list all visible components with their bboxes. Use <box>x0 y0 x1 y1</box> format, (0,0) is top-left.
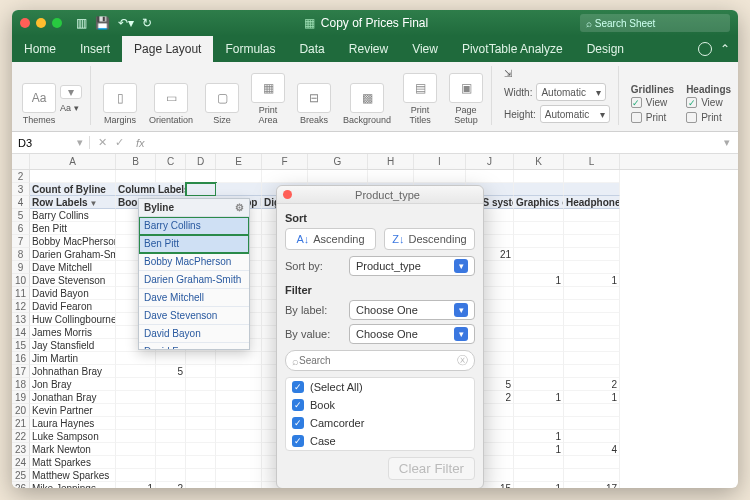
feedback-icon[interactable] <box>698 42 712 56</box>
data-cell[interactable] <box>156 456 186 469</box>
data-cell[interactable] <box>514 326 564 339</box>
data-cell[interactable] <box>564 417 620 430</box>
data-cell[interactable]: 1 <box>514 274 564 287</box>
data-cell[interactable] <box>186 469 216 482</box>
data-cell[interactable] <box>564 469 620 482</box>
sort-by-select[interactable]: Product_type▾ <box>349 256 475 276</box>
col-header-D[interactable]: D <box>186 154 216 169</box>
layout-icon[interactable]: ▥ <box>76 16 87 30</box>
data-cell[interactable] <box>186 391 216 404</box>
zoom-window-button[interactable] <box>52 18 62 28</box>
data-cell[interactable] <box>156 352 186 365</box>
data-cell[interactable] <box>514 352 564 365</box>
height-dropdown[interactable]: Automatic▾ <box>540 105 610 123</box>
data-cell[interactable] <box>216 456 262 469</box>
col-header-I[interactable]: I <box>414 154 466 169</box>
data-cell[interactable] <box>564 456 620 469</box>
data-cell[interactable] <box>514 456 564 469</box>
tab-pivottable-analyze[interactable]: PivotTable Analyze <box>450 36 575 62</box>
arrange-icon[interactable]: ⇲ <box>504 68 512 79</box>
data-cell[interactable] <box>116 404 156 417</box>
save-icon[interactable]: 💾 <box>95 16 110 30</box>
print-area-button[interactable]: ▦ <box>251 73 285 103</box>
data-cell[interactable] <box>216 469 262 482</box>
data-cell[interactable]: 1 <box>514 482 564 488</box>
data-cell[interactable] <box>156 404 186 417</box>
minimize-window-button[interactable] <box>36 18 46 28</box>
data-cell[interactable] <box>564 313 620 326</box>
data-cell[interactable] <box>186 365 216 378</box>
data-cell[interactable]: 2 <box>564 378 620 391</box>
data-cell[interactable]: 1 <box>116 482 156 488</box>
sort-descending-button[interactable]: Z↓Descending <box>384 228 475 250</box>
search-sheet-field[interactable]: ⌕ Search Sheet <box>580 14 730 32</box>
data-cell[interactable] <box>514 469 564 482</box>
data-cell[interactable] <box>216 352 262 365</box>
filter-list-item[interactable]: ✓Case <box>286 432 474 450</box>
margins-button[interactable]: ▯ <box>103 83 137 113</box>
data-cell[interactable] <box>514 209 564 222</box>
data-cell[interactable] <box>116 391 156 404</box>
col-header-K[interactable]: K <box>514 154 564 169</box>
autofilter-item[interactable]: Ben Pitt <box>139 235 249 253</box>
data-cell[interactable] <box>186 352 216 365</box>
data-cell[interactable] <box>216 417 262 430</box>
data-cell[interactable] <box>156 443 186 456</box>
themes-button[interactable]: Aa <box>22 83 56 113</box>
tab-design[interactable]: Design <box>575 36 636 62</box>
data-cell[interactable]: 1 <box>564 391 620 404</box>
autofilter-item[interactable]: Dave Stevenson <box>139 307 249 325</box>
sort-ascending-button[interactable]: A↓Ascending <box>285 228 376 250</box>
tab-page-layout[interactable]: Page Layout <box>122 36 213 62</box>
filter-search-input[interactable] <box>299 355 457 366</box>
data-cell[interactable] <box>156 430 186 443</box>
data-cell[interactable] <box>186 430 216 443</box>
data-cell[interactable] <box>514 287 564 300</box>
col-header-F[interactable]: F <box>262 154 308 169</box>
data-cell[interactable] <box>514 404 564 417</box>
close-window-button[interactable] <box>20 18 30 28</box>
clear-search-icon[interactable]: ⓧ <box>457 353 468 368</box>
data-cell[interactable]: 5 <box>156 365 186 378</box>
popup-close-button[interactable] <box>283 190 292 199</box>
col-header-C[interactable]: C <box>156 154 186 169</box>
data-cell[interactable] <box>564 235 620 248</box>
data-cell[interactable] <box>564 430 620 443</box>
data-cell[interactable] <box>216 391 262 404</box>
data-cell[interactable] <box>186 482 216 488</box>
fonts-button[interactable]: Aa ▾ <box>60 103 82 113</box>
data-cell[interactable]: 1 <box>514 443 564 456</box>
data-cell[interactable] <box>156 469 186 482</box>
data-cell[interactable] <box>186 404 216 417</box>
col-header-A[interactable]: A <box>30 154 116 169</box>
data-cell[interactable] <box>564 404 620 417</box>
data-cell[interactable] <box>216 430 262 443</box>
pivot-column-labels[interactable]: Column Labels▼ <box>116 183 186 196</box>
cancel-icon[interactable]: ✕ <box>98 136 107 149</box>
data-cell[interactable] <box>186 378 216 391</box>
data-cell[interactable] <box>116 430 156 443</box>
autofilter-item[interactable]: Bobby MacPherson <box>139 253 249 271</box>
data-cell[interactable] <box>116 443 156 456</box>
background-button[interactable]: ▩ <box>350 83 384 113</box>
data-cell[interactable] <box>514 235 564 248</box>
data-cell[interactable] <box>514 365 564 378</box>
data-cell[interactable] <box>116 365 156 378</box>
page-setup-button[interactable]: ▣ <box>449 73 483 103</box>
col-header-H[interactable]: H <box>368 154 414 169</box>
data-cell[interactable] <box>116 456 156 469</box>
data-cell[interactable] <box>186 456 216 469</box>
tab-formulas[interactable]: Formulas <box>213 36 287 62</box>
data-cell[interactable] <box>564 261 620 274</box>
tab-data[interactable]: Data <box>287 36 336 62</box>
redo-icon[interactable]: ↻ <box>142 16 152 30</box>
headings-print-checkbox[interactable] <box>686 112 697 123</box>
col-header-B[interactable]: B <box>116 154 156 169</box>
data-cell[interactable] <box>156 378 186 391</box>
by-label-select[interactable]: Choose One▾ <box>349 300 475 320</box>
data-cell[interactable]: 17 <box>564 482 620 488</box>
data-cell[interactable] <box>216 443 262 456</box>
clear-filter-button[interactable]: Clear Filter <box>388 457 475 480</box>
data-cell[interactable] <box>564 248 620 261</box>
filter-search-field[interactable]: ⌕ ⓧ <box>285 350 475 371</box>
